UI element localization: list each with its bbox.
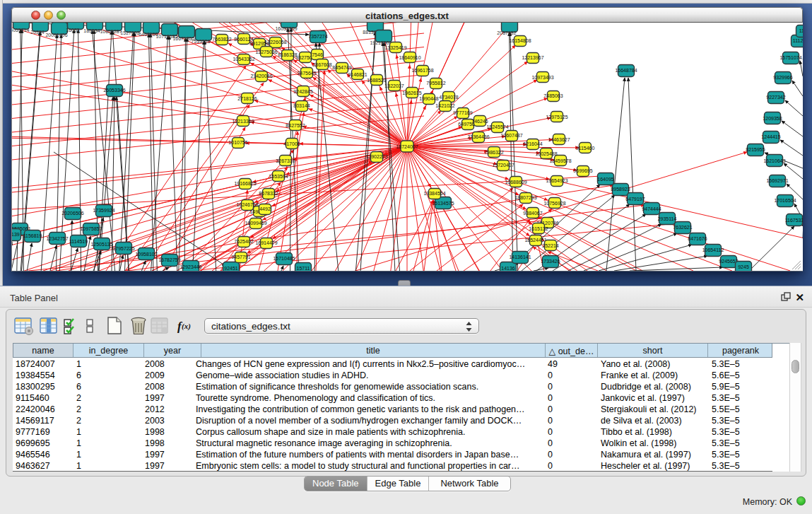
svg-text:8471676: 8471676 [688, 236, 707, 241]
svg-text:16648784: 16648784 [615, 68, 637, 73]
svg-text:12505135: 12505135 [90, 242, 112, 247]
svg-text:6479197: 6479197 [625, 197, 645, 201]
svg-text:12975125: 12975125 [546, 115, 567, 119]
svg-text:8427552: 8427552 [286, 123, 305, 128]
svg-text:8454749: 8454749 [332, 65, 351, 70]
svg-text:9474444: 9474444 [642, 206, 661, 211]
svg-text:7515526: 7515526 [191, 39, 210, 44]
svg-text:13902273: 13902273 [365, 154, 387, 159]
svg-text:18459578: 18459578 [549, 158, 571, 163]
svg-text:26053346: 26053346 [103, 88, 125, 93]
svg-text:16033: 16033 [66, 28, 80, 33]
svg-text:16033809: 16033809 [275, 26, 297, 31]
svg-text:15710485: 15710485 [273, 256, 295, 261]
svg-text:2867608: 2867608 [312, 62, 331, 67]
svg-text:3267310: 3267310 [276, 158, 295, 163]
svg-text:12213967: 12213967 [522, 55, 543, 60]
svg-text:10756928: 10756928 [543, 201, 565, 206]
svg-text:746246: 746246 [471, 119, 488, 124]
svg-text:164095: 164095 [597, 177, 613, 182]
svg-text:803144: 803144 [293, 103, 310, 108]
svg-text:10654112: 10654112 [702, 247, 724, 252]
svg-text:18245574: 18245574 [486, 124, 508, 129]
svg-text:185534: 185534 [83, 28, 100, 33]
svg-text:14136141: 14136141 [509, 255, 531, 259]
svg-text:14463627: 14463627 [548, 137, 570, 142]
svg-text:17016504: 17016504 [774, 198, 796, 203]
svg-text:1990448: 1990448 [419, 96, 438, 101]
svg-text:15711: 15711 [297, 266, 310, 271]
svg-text:18724007: 18724007 [396, 144, 418, 149]
svg-text:12213369: 12213369 [232, 119, 254, 124]
svg-text:7986322: 7986322 [484, 150, 503, 155]
svg-text:1527602: 1527602 [120, 30, 139, 35]
svg-text:1553594: 1553594 [269, 174, 288, 179]
svg-text:8678332: 8678332 [259, 191, 278, 196]
svg-text:9457791: 9457791 [231, 255, 250, 259]
svg-text:1118: 1118 [799, 28, 803, 33]
svg-text:417006: 417006 [283, 141, 300, 146]
svg-text:16914479: 16914479 [255, 240, 277, 245]
svg-text:10958107: 10958107 [135, 252, 157, 257]
svg-text:39139: 39139 [12, 232, 20, 237]
svg-text:18524451: 18524451 [524, 238, 546, 243]
svg-text:252214: 252214 [542, 243, 558, 248]
svg-text:1244415: 1244415 [761, 134, 780, 139]
svg-text:(x): (x) [182, 322, 191, 331]
svg-text:16154808: 16154808 [509, 38, 531, 43]
svg-text:10973493: 10973493 [531, 75, 553, 80]
svg-text:9115460: 9115460 [576, 146, 595, 151]
svg-text:14136: 14136 [501, 266, 515, 271]
svg-text:13275036: 13275036 [255, 49, 277, 54]
svg-text:1615132: 1615132 [529, 226, 548, 231]
svg-text:18640910: 18640910 [399, 55, 420, 60]
svg-text:16961758: 16961758 [411, 68, 433, 73]
svg-text:19166825: 19166825 [234, 181, 256, 186]
svg-text:6216044: 6216044 [523, 141, 542, 146]
svg-text:1156819: 1156819 [23, 233, 42, 238]
svg-text:9384067: 9384067 [523, 211, 542, 216]
svg-text:19218506: 19218506 [370, 40, 392, 45]
svg-text:21364436: 21364436 [467, 134, 489, 139]
svg-text:4734078: 4734078 [439, 95, 458, 100]
svg-text:17359924: 17359924 [93, 208, 114, 213]
svg-text:10688609: 10688609 [505, 180, 526, 185]
svg-text:1421022: 1421022 [435, 103, 454, 108]
svg-text:9227342: 9227342 [766, 95, 785, 100]
svg-text:13226058: 13226058 [264, 40, 286, 45]
svg-text:9329966: 9329966 [773, 75, 792, 80]
svg-text:15692971: 15692971 [766, 178, 788, 183]
svg-text:7632621: 7632621 [673, 225, 692, 230]
svg-text:7663822: 7663822 [212, 37, 231, 42]
svg-text:17957225: 17957225 [112, 246, 134, 251]
svg-text:15720407: 15720407 [492, 163, 514, 168]
svg-text:7485063: 7485063 [543, 93, 563, 98]
svg-text:3475645: 3475645 [297, 71, 316, 76]
svg-text:15751074: 15751074 [779, 55, 801, 60]
svg-text:1322037: 1322037 [384, 83, 404, 88]
svg-text:7357274: 7357274 [308, 34, 327, 39]
svg-text:2718126: 2718126 [237, 96, 257, 101]
svg-text:20091406: 20091406 [45, 33, 67, 37]
svg-text:7546: 7546 [312, 52, 323, 57]
svg-text:7625402: 7625402 [234, 239, 253, 244]
svg-text:15134575: 15134575 [432, 201, 454, 206]
svg-text:14055714: 14055714 [12, 28, 30, 33]
svg-text:8958923: 8958923 [611, 187, 630, 192]
svg-text:16210643: 16210643 [763, 158, 785, 163]
svg-text:7955812: 7955812 [426, 81, 445, 86]
svg-text:9146821: 9146821 [348, 72, 367, 77]
svg-text:9777169: 9777169 [453, 110, 472, 115]
svg-text:9242845: 9242845 [293, 89, 312, 94]
svg-text:11121: 11121 [793, 38, 803, 43]
svg-text:2087682: 2087682 [497, 30, 516, 35]
svg-text:16099469: 16099469 [245, 221, 266, 226]
svg-text:2935114: 2935114 [658, 216, 677, 221]
svg-text:1588520: 1588520 [367, 78, 386, 83]
svg-text:19384554: 19384554 [423, 191, 445, 196]
svg-text:9699695: 9699695 [573, 168, 592, 173]
svg-text:10543362: 10543362 [233, 57, 254, 62]
svg-text:4492: 4492 [259, 206, 271, 211]
svg-text:1010755: 1010755 [228, 140, 247, 145]
svg-text:1167533: 1167533 [785, 218, 803, 223]
